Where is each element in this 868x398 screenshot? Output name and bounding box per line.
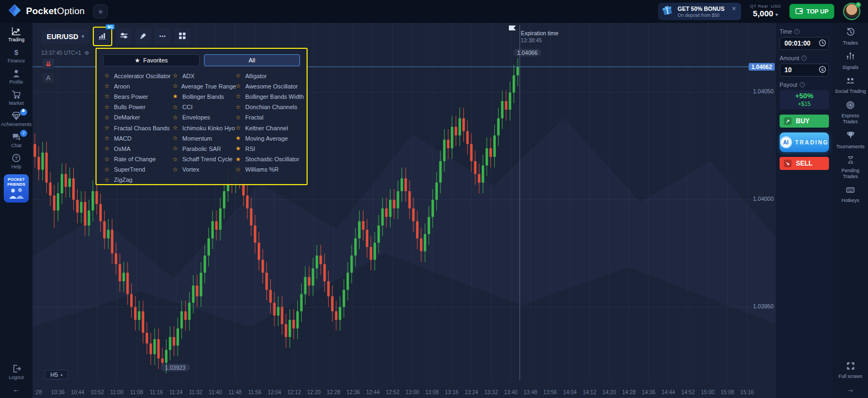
indicator-item[interactable]: ☆ Accelerator Oscillator [104,71,173,81]
star-outline-icon[interactable]: ☆ [104,104,111,111]
indicator-item[interactable]: ☆ Average True Range [173,81,235,91]
star-outline-icon[interactable]: ☆ [173,135,179,142]
indicator-item[interactable]: ☆ MACD [104,133,173,143]
indicator-item[interactable]: ☆ DeMarker [104,112,173,123]
close-icon[interactable]: × [732,5,736,12]
sidebar-item-achievements[interactable]: Achievements [1,111,31,127]
star-outline-icon[interactable]: ☆ [173,104,179,111]
chart-settings-button[interactable] [116,28,132,45]
star-outline-icon[interactable]: ☆ [235,93,242,100]
star-outline-icon[interactable]: ☆ [173,124,179,131]
time-axis[interactable]: :2810:3610:4410:5211:0011:0811:1611:2411… [33,385,776,398]
star-outline-icon[interactable]: ☆ [235,124,242,131]
sidebar-item-chat[interactable]: Chat7 [1,132,31,148]
star-outline-icon[interactable]: ☆ [235,114,242,121]
pocket-friends-banner[interactable]: POCKET FRIENDS [4,174,29,203]
star-outline-icon[interactable]: ☆ [173,72,179,79]
indicator-item[interactable]: ☆ OsMA [104,143,173,154]
star-outline-icon[interactable]: ☆ [235,166,242,173]
indicator-item[interactable]: ☆ Envelopes [173,112,235,123]
indicator-item[interactable]: ★ Bollinger Bands [173,91,235,102]
star-outline-icon[interactable]: ☆ [173,145,179,152]
indicator-item[interactable]: ☆ Fractal Chaos Bands [104,123,173,133]
tab-favorites[interactable]: ★ Favorites [103,54,200,66]
more-options-button[interactable]: ••• [155,28,171,45]
rightbar-item-hotkeys[interactable]: Hotkeys [834,186,867,204]
star-outline-icon[interactable]: ☆ [104,166,111,173]
indicator-item[interactable]: ☆ Fractal [235,112,307,123]
indicators-button[interactable] [94,28,111,45]
rightbar-item-tournaments[interactable]: Tournaments [834,130,867,150]
indicator-item[interactable]: ☆ Aroon [104,81,173,91]
star-filled-icon[interactable]: ★ [235,156,242,163]
indicator-item[interactable]: ☆ ADX [173,71,235,81]
sidebar-item-profile[interactable]: Profile [1,68,31,85]
indicator-item[interactable]: ★ RSI [235,143,307,154]
sidebar-item-trading[interactable]: Trading [1,26,31,42]
star-filled-icon[interactable]: ★ [235,135,242,142]
indicator-item[interactable]: ★ Stochastic Oscillator [235,154,307,165]
indicator-item[interactable]: ☆ Rate of Change [104,154,173,165]
star-filled-icon[interactable]: ★ [173,93,179,100]
indicator-item[interactable]: ☆ Bulls Power [104,102,173,112]
favorite-star-button[interactable]: ★ [93,4,107,18]
star-outline-icon[interactable]: ☆ [104,72,111,79]
balance-selector[interactable]: QT Real USD 5,000 ▾ [750,4,781,18]
bonus-banner[interactable]: GET 50% BONUS On deposit from $50 × [658,3,741,20]
sidebar-item-logout[interactable]: Logout [1,364,31,380]
star-outline-icon[interactable]: ☆ [104,93,111,100]
star-outline-icon[interactable]: ☆ [104,124,111,131]
layout-grid-button[interactable] [174,28,190,45]
indicator-item[interactable]: ☆ Ichimoku Kinko Hyo [173,123,235,133]
indicator-item[interactable]: ☆ Keltner Channel [235,123,307,133]
rightbar-item-trades[interactable]: Trades [834,27,867,47]
symbol-selector[interactable]: EUR/USD ▾ [41,29,90,43]
dollar-icon[interactable]: $ [819,66,826,75]
indicator-item[interactable]: ☆ Bears Power [104,91,173,102]
indicator-item[interactable]: ☆ Donchian Channels [235,102,307,112]
indicator-item[interactable]: ☆ Awesome Oscillator [235,81,307,91]
indicator-item[interactable]: ☆ ZigZag [104,175,173,185]
rightbar-item-pending[interactable]: Pending Trades [834,155,867,180]
sidebar-item-market[interactable]: Market [1,90,31,106]
avatar[interactable]: + [843,3,860,20]
indicator-item[interactable]: ☆ SuperTrend [104,165,173,175]
brand-logo[interactable]: PocketOption [8,3,85,20]
gear-icon[interactable]: ⚙ [85,50,90,56]
indicator-item[interactable]: ★ Moving Average [235,133,307,143]
tab-all[interactable]: All [204,54,301,66]
clock-icon[interactable] [819,39,826,49]
star-filled-icon[interactable]: ★ [235,145,242,152]
rightbar-item-express[interactable]: Express Trades [834,100,867,125]
ai-trading-button[interactable]: AI TRADING [780,132,829,152]
top-up-button[interactable]: TOP UP [789,4,834,19]
sidebar-item-help[interactable]: ? Help [1,153,31,169]
sidebar-item-finance[interactable]: $ Finance [1,47,31,64]
star-outline-icon[interactable]: ☆ [173,83,178,90]
indicator-item[interactable]: ☆ Momentum [173,133,235,143]
buy-button[interactable]: ↗ BUY [780,115,829,128]
rightbar-item-signals[interactable]: Signals [834,52,867,71]
indicator-item[interactable]: ☆ CCI [173,102,235,112]
collapse-right-icon[interactable]: → [847,385,854,398]
star-outline-icon[interactable]: ☆ [173,114,179,121]
indicator-item[interactable]: ☆ Parabolic SAR [173,143,235,154]
pause-marker-button[interactable]: ⇊ [42,59,54,69]
star-outline-icon[interactable]: ☆ [173,156,179,163]
star-outline-icon[interactable]: ☆ [235,72,242,79]
star-outline-icon[interactable]: ☆ [104,145,111,152]
sell-button[interactable]: ↘ SELL [780,157,829,170]
star-outline-icon[interactable]: ☆ [104,135,111,142]
star-outline-icon[interactable]: ☆ [235,104,242,111]
indicator-item[interactable]: ☆ Alligator [235,71,307,81]
star-outline-icon[interactable]: ☆ [235,83,242,90]
star-outline-icon[interactable]: ☆ [104,156,111,163]
star-outline-icon[interactable]: ☆ [104,176,111,184]
annotation-button[interactable]: A [42,73,54,83]
timeframe-selector[interactable]: H5 ▴ [44,370,68,380]
collapse-left-icon[interactable]: ← [12,385,20,398]
drawing-tools-button[interactable] [135,28,151,45]
star-outline-icon[interactable]: ☆ [173,166,179,173]
indicator-item[interactable]: ☆ Williams %R [235,165,307,175]
indicator-item[interactable]: ☆ Vortex [173,165,235,175]
